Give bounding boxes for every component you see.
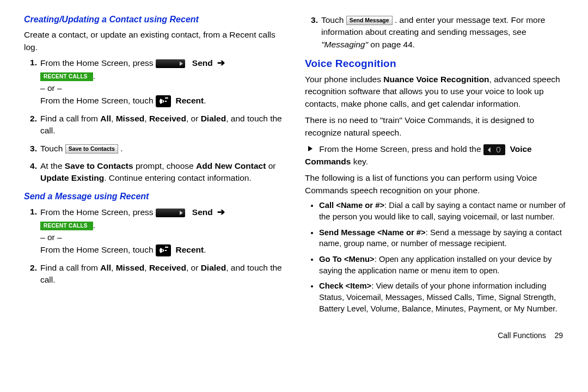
text: Find a call from (40, 263, 100, 272)
recent-icon (156, 244, 171, 256)
item-marker: 1. (24, 206, 37, 218)
text: Touch (40, 144, 65, 153)
list-item: 1. From the Home Screen, press Send ➔ RE… (40, 206, 285, 256)
list-item: 1. From the Home Screen, press Send ➔ RE… (40, 57, 285, 107)
or-text: – or – (40, 232, 62, 242)
text: on page 44. (368, 40, 415, 49)
period: . (93, 220, 95, 230)
text: key. (351, 157, 368, 166)
bold: Send Message <Name or #> (319, 228, 426, 237)
text: From the Home Screen, touch (40, 96, 156, 105)
comma-or: , or (186, 263, 201, 272)
received-label: Received (149, 114, 186, 123)
list-item: Check <Item>: View details of your phone… (319, 280, 566, 314)
bold: Save to Contacts (65, 161, 133, 170)
page-footer: Call Functions 29 (305, 330, 566, 341)
recent-calls-badge: RECENT CALLS (40, 222, 93, 230)
bold: Call <Name or #> (319, 201, 384, 210)
right-column: 3. Touch Send Message . and enter your m… (305, 12, 566, 341)
heading-create-update: Creating/Updating a Contact using Recent (24, 13, 285, 26)
period: . (120, 144, 122, 153)
comma: , (111, 263, 116, 272)
list-item: Send Message <Name or #>: Send a message… (319, 227, 566, 249)
send-label: Send (192, 207, 213, 217)
list-item: Call <Name or #>: Dial a call by saying … (319, 200, 566, 222)
dialed-label: Dialed (201, 263, 226, 272)
text: From the Home Screen, press (40, 58, 156, 68)
paragraph: The following is a list of functions you… (305, 172, 566, 197)
left-column: Creating/Updating a Contact using Recent… (24, 12, 285, 341)
bold: Go To <Menu> (319, 255, 375, 264)
item-marker: 3. (305, 14, 318, 26)
text: From the Home Screen, press and hold the (319, 144, 483, 154)
text: Your phone includes (305, 75, 383, 84)
arrow-icon: ➔ (217, 207, 225, 217)
arrow-icon: ➔ (217, 58, 225, 68)
paragraph: There is no need to "train" Voice Comman… (305, 114, 566, 139)
missed-label: Missed (116, 114, 145, 123)
recent-calls-badge: RECENT CALLS (40, 72, 93, 81)
list-item: 2. Find a call from All, Missed, Receive… (40, 262, 285, 286)
item-marker: 1. (24, 57, 37, 69)
bold: Update Existing (40, 173, 104, 182)
ref-messaging: "Messaging" (321, 40, 368, 49)
text: From the Home Screen, touch (40, 245, 156, 254)
paragraph: Create a contact, or update an existing … (24, 29, 285, 53)
ordered-list-send: 1. From the Home Screen, press Send ➔ RE… (24, 206, 285, 286)
page-root: Creating/Updating a Contact using Recent… (0, 0, 588, 346)
bold: Add New Contact (196, 161, 266, 170)
ordered-list-create: 1. From the Home Screen, press Send ➔ RE… (24, 57, 285, 185)
paragraph: Your phone includes Nuance Voice Recogni… (305, 74, 566, 110)
footer-page-number: 29 (554, 331, 563, 340)
text: Touch (321, 15, 346, 24)
bold: Nuance Voice Recognition (383, 75, 489, 84)
recent-icon (156, 95, 171, 107)
softkey-icon (156, 59, 185, 68)
comma: , (111, 114, 116, 123)
text: or (266, 161, 275, 170)
list-item: 3. Touch Send Message . and enter your m… (321, 14, 566, 51)
triangle-bullet-icon (308, 146, 313, 151)
text: . Continue entering contact information. (104, 173, 252, 182)
text: prompt, choose (133, 161, 196, 170)
bullet-list-voice: Call <Name or #>: Dial a call by saying … (305, 200, 566, 314)
item-marker: 3. (24, 143, 37, 155)
text: Find a call from (40, 114, 100, 123)
all-label: All (100, 114, 111, 123)
comma-or: , or (186, 114, 201, 123)
step-line: From the Home Screen, press and hold the… (305, 143, 566, 168)
list-item: 4. At the Save to Contacts prompt, choos… (40, 160, 285, 185)
missed-label: Missed (116, 263, 145, 272)
bold: Check <Item> (319, 281, 371, 290)
item-marker: 2. (24, 113, 37, 125)
comma: , (144, 263, 149, 272)
period: . (204, 96, 206, 105)
voice-commands-key-icon (483, 144, 505, 155)
dialed-label: Dialed (201, 114, 226, 123)
list-item: Go To <Menu>: Open any application insta… (319, 254, 566, 276)
received-label: Received (149, 263, 186, 272)
period: . (93, 71, 95, 81)
period: . (204, 245, 206, 254)
send-message-button: Send Message (346, 16, 393, 25)
heading-send-message: Send a Message using Recent (24, 190, 285, 203)
footer-section: Call Functions (498, 331, 546, 340)
text: From the Home Screen, press (40, 207, 156, 217)
save-to-contacts-button: Save to Contacts (65, 144, 118, 154)
text: At the (40, 161, 65, 170)
item-marker: 2. (24, 262, 37, 274)
softkey-icon (156, 209, 185, 217)
list-item: 3. Touch Save to Contacts . (40, 143, 285, 155)
all-label: All (100, 263, 111, 272)
or-text: – or – (40, 83, 62, 93)
ordered-list-continued: 3. Touch Send Message . and enter your m… (305, 14, 566, 51)
list-item: 2. Find a call from All, Missed, Receive… (40, 113, 285, 137)
send-label: Send (192, 58, 213, 68)
heading-voice-recognition: Voice Recognition (305, 56, 566, 71)
recent-label: Recent (176, 245, 204, 254)
comma: , (144, 114, 149, 123)
item-marker: 4. (24, 160, 37, 172)
recent-label: Recent (176, 96, 204, 105)
